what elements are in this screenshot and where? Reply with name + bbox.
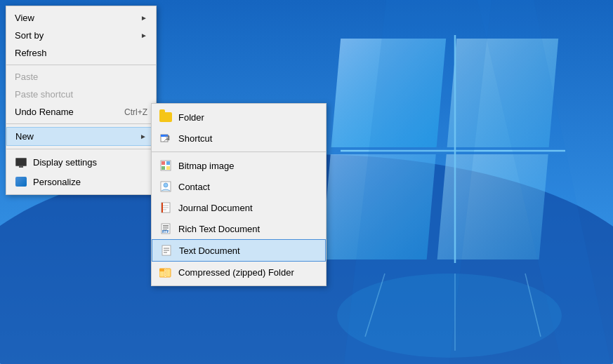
- submenu-item-contact[interactable]: Contact: [152, 176, 326, 197]
- menu-item-label-refresh: Refresh: [15, 48, 147, 58]
- journal-icon: [159, 201, 173, 215]
- menu-item-label-view: View: [15, 13, 138, 23]
- submenu-item-folder[interactable]: Folder: [152, 107, 326, 128]
- submenu-label-rich-text: Rich Text Document: [178, 224, 260, 234]
- submenu-label-journal: Journal Document: [178, 203, 253, 213]
- folder-icon: [159, 110, 173, 124]
- context-menu-item-paste[interactable]: Paste: [6, 68, 156, 86]
- svg-rect-15: [161, 135, 168, 137]
- svg-rect-44: [165, 275, 166, 276]
- submenu-arrow-view: ►: [140, 14, 147, 22]
- submenu-arrow-new: ►: [140, 133, 147, 140]
- svg-rect-43: [165, 274, 166, 274]
- menu-item-label-new: New: [15, 131, 137, 142]
- bitmap-icon: [159, 159, 173, 173]
- separator-2: [6, 123, 156, 124]
- shortcut-icon: [159, 131, 173, 145]
- menu-item-shortcut-undo: Ctrl+Z: [124, 107, 147, 117]
- context-menu-item-refresh[interactable]: Refresh: [6, 44, 156, 62]
- svg-point-22: [164, 183, 168, 187]
- menu-item-label-paste: Paste: [15, 72, 147, 82]
- submenu-label-folder: Folder: [178, 112, 204, 123]
- submenu-label-contact: Contact: [178, 182, 210, 192]
- menu-item-label-personalize: Personalize: [33, 177, 147, 187]
- display-settings-icon: [15, 156, 27, 168]
- submenu-item-shortcut[interactable]: Shortcut: [152, 128, 326, 149]
- svg-text:RTF: RTF: [162, 229, 169, 234]
- rich-text-icon: RTF: [159, 222, 173, 236]
- svg-rect-40: [165, 269, 166, 270]
- menu-item-label-sort-by: Sort by: [15, 30, 138, 41]
- submenu-label-compressed: Compressed (zipped) Folder: [178, 267, 294, 278]
- svg-rect-18: [166, 161, 170, 165]
- context-menu-item-display-settings[interactable]: Display settings: [6, 152, 156, 172]
- submenu-item-bitmap[interactable]: Bitmap image: [152, 155, 326, 176]
- contact-icon: [159, 180, 173, 194]
- submenu-separator-1: [152, 151, 326, 152]
- svg-rect-27: [162, 203, 163, 213]
- text-doc-icon: [159, 243, 173, 257]
- context-menu: View ► Sort by ► Refresh Paste Paste sho…: [6, 6, 157, 195]
- submenu-item-text-doc[interactable]: Text Document: [152, 239, 326, 262]
- svg-rect-41: [165, 271, 166, 271]
- submenu-item-rich-text[interactable]: RTF Rich Text Document: [152, 218, 326, 239]
- separator-1: [6, 65, 156, 65]
- context-menu-item-paste-shortcut[interactable]: Paste shortcut: [6, 86, 156, 103]
- submenu-label-text-doc: Text Document: [179, 245, 240, 256]
- svg-rect-42: [165, 272, 166, 273]
- menu-item-label-display-settings: Display settings: [33, 157, 147, 168]
- svg-rect-19: [162, 166, 165, 170]
- submenu-item-journal[interactable]: Journal Document: [152, 197, 326, 218]
- context-menu-item-new[interactable]: New ►: [6, 127, 156, 146]
- submenu-item-compressed[interactable]: Compressed (zipped) Folder: [152, 262, 326, 283]
- personalize-icon: [15, 175, 27, 188]
- new-submenu: Folder Shortcut Bitmap image: [151, 103, 327, 286]
- context-menu-item-sort-by[interactable]: Sort by ►: [6, 27, 156, 44]
- context-menu-item-undo-rename[interactable]: Undo Rename Ctrl+Z: [6, 103, 156, 121]
- compressed-folder-icon: [159, 265, 173, 279]
- svg-rect-20: [166, 166, 170, 170]
- menu-item-label-undo-rename: Undo Rename: [15, 107, 124, 117]
- submenu-arrow-sort: ►: [140, 32, 147, 39]
- separator-3: [6, 149, 156, 149]
- menu-item-label-paste-shortcut: Paste shortcut: [15, 89, 147, 100]
- submenu-label-shortcut: Shortcut: [178, 133, 212, 144]
- context-menu-item-view[interactable]: View ►: [6, 9, 156, 27]
- submenu-label-bitmap: Bitmap image: [178, 161, 234, 171]
- svg-rect-17: [162, 161, 165, 165]
- context-menu-item-personalize[interactable]: Personalize: [6, 172, 156, 191]
- svg-rect-38: [159, 269, 164, 271]
